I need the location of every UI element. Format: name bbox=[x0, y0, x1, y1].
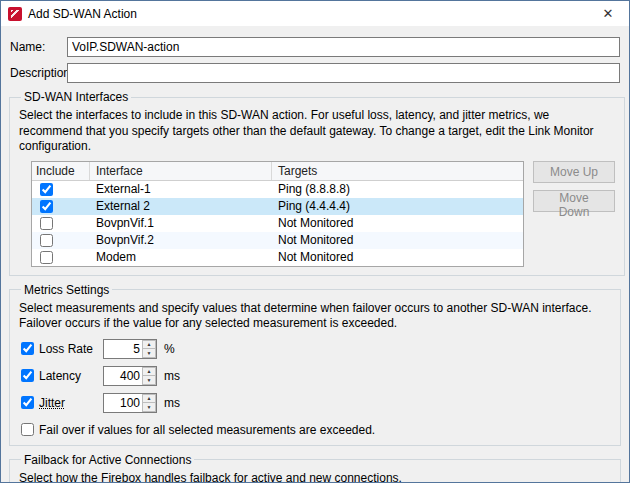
include-checkbox[interactable] bbox=[40, 251, 53, 264]
jitter-spinner: ▲ ▼ bbox=[103, 393, 157, 413]
app-icon bbox=[8, 7, 22, 21]
targets-cell: Not Monitored bbox=[272, 250, 523, 264]
include-checkbox[interactable] bbox=[40, 234, 53, 247]
table-row[interactable]: External-1 Ping (8.8.8.8) bbox=[32, 181, 523, 198]
table-row[interactable]: External 2 Ping (4.4.4.4) bbox=[32, 198, 523, 215]
include-checkbox[interactable] bbox=[40, 200, 53, 213]
move-up-button[interactable]: Move Up bbox=[533, 161, 615, 183]
failback-description: Select how the Firebox handles failback … bbox=[19, 471, 611, 483]
column-header-include[interactable]: Include bbox=[32, 162, 90, 180]
interface-cell: External 2 bbox=[90, 199, 272, 213]
all-measurements-checkbox[interactable] bbox=[21, 423, 34, 436]
interface-cell: BovpnVif.1 bbox=[90, 216, 272, 230]
spin-down-icon[interactable]: ▼ bbox=[142, 403, 156, 412]
latency-label: Latency bbox=[39, 369, 103, 383]
window-title: Add SD-WAN Action bbox=[28, 7, 137, 21]
interface-cell: External-1 bbox=[90, 182, 272, 196]
targets-cell: Ping (4.4.4.4) bbox=[272, 199, 523, 213]
table-header: Include Interface Targets bbox=[32, 162, 523, 181]
sdwan-interfaces-description: Select the interfaces to include in this… bbox=[19, 108, 615, 155]
description-row: Description: bbox=[10, 63, 620, 83]
sdwan-interfaces-group: SD-WAN Interfaces Select the interfaces … bbox=[9, 90, 625, 276]
metrics-settings-group: Metrics Settings Select measurements and… bbox=[9, 283, 621, 446]
include-checkbox[interactable] bbox=[40, 183, 53, 196]
failback-group: Failback for Active Connections Select h… bbox=[9, 453, 621, 483]
failback-title: Failback for Active Connections bbox=[21, 453, 194, 467]
loss-rate-row: Loss Rate ▲ ▼ % bbox=[21, 339, 611, 359]
name-input[interactable] bbox=[67, 37, 620, 57]
jitter-checkbox[interactable] bbox=[21, 396, 34, 409]
all-measurements-label: Fail over if values for all selected mea… bbox=[39, 423, 375, 437]
spin-up-icon[interactable]: ▲ bbox=[142, 340, 156, 350]
interface-cell: BovpnVif.2 bbox=[90, 233, 272, 247]
metrics-settings-description: Select measurements and specify values t… bbox=[19, 301, 611, 332]
table-row[interactable]: BovpnVif.2 Not Monitored bbox=[32, 232, 523, 249]
move-down-button[interactable]: Move Down bbox=[533, 190, 615, 212]
titlebar: Add SD-WAN Action ✕ bbox=[1, 1, 629, 26]
spin-down-icon[interactable]: ▼ bbox=[142, 349, 156, 358]
name-label: Name: bbox=[10, 40, 67, 54]
all-measurements-row: Fail over if values for all selected mea… bbox=[21, 423, 611, 437]
targets-cell: Ping (8.8.8.8) bbox=[272, 182, 523, 196]
latency-unit: ms bbox=[164, 369, 180, 383]
latency-row: Latency ▲ ▼ ms bbox=[21, 366, 611, 386]
table-row[interactable]: Modem Not Monitored bbox=[32, 249, 523, 266]
jitter-row: Jitter ▲ ▼ ms bbox=[21, 393, 611, 413]
targets-cell: Not Monitored bbox=[272, 233, 523, 247]
spin-down-icon[interactable]: ▼ bbox=[142, 376, 156, 385]
description-label: Description: bbox=[10, 66, 67, 80]
loss-rate-unit: % bbox=[164, 342, 175, 356]
loss-rate-checkbox[interactable] bbox=[21, 342, 34, 355]
spin-up-icon[interactable]: ▲ bbox=[142, 367, 156, 377]
loss-rate-label: Loss Rate bbox=[39, 342, 103, 356]
column-header-interface[interactable]: Interface bbox=[90, 162, 272, 180]
description-input[interactable] bbox=[67, 63, 620, 83]
sdwan-interfaces-title: SD-WAN Interfaces bbox=[21, 90, 131, 104]
latency-spinner: ▲ ▼ bbox=[103, 366, 157, 386]
close-button[interactable]: ✕ bbox=[587, 1, 629, 26]
metrics-settings-title: Metrics Settings bbox=[21, 283, 112, 297]
targets-cell: Not Monitored bbox=[272, 216, 523, 230]
interfaces-table: Include Interface Targets External-1 Pin… bbox=[31, 161, 524, 267]
jitter-input[interactable] bbox=[104, 394, 142, 412]
name-row: Name: bbox=[10, 37, 620, 57]
loss-rate-input[interactable] bbox=[104, 340, 142, 358]
jitter-unit: ms bbox=[164, 396, 180, 410]
column-header-targets[interactable]: Targets bbox=[272, 162, 523, 180]
loss-rate-spinner: ▲ ▼ bbox=[103, 339, 157, 359]
interface-cell: Modem bbox=[90, 250, 272, 264]
spin-up-icon[interactable]: ▲ bbox=[142, 394, 156, 404]
jitter-label: Jitter bbox=[39, 396, 103, 410]
latency-checkbox[interactable] bbox=[21, 369, 34, 382]
include-checkbox[interactable] bbox=[40, 217, 53, 230]
add-sdwan-action-dialog: Add SD-WAN Action ✕ Name: Description: S… bbox=[0, 0, 630, 483]
latency-input[interactable] bbox=[104, 367, 142, 385]
table-row[interactable]: BovpnVif.1 Not Monitored bbox=[32, 215, 523, 232]
